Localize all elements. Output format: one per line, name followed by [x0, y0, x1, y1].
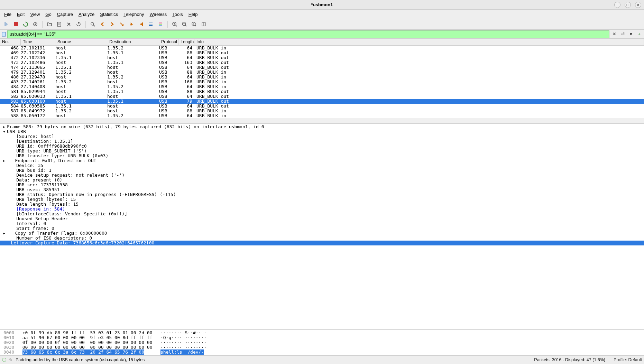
go-last-icon[interactable]: [137, 20, 145, 28]
bookmark-filter-icon[interactable]: [1, 32, 6, 37]
hex-row[interactable]: 0040 73 68 65 6c 6c 3a 6c 73 20 2f 64 65…: [3, 350, 641, 355]
packet-row[interactable]: 58185.029944host1.35.1USB88URB_BULK out: [0, 89, 644, 94]
go-first-icon[interactable]: [127, 20, 136, 28]
detail-line[interactable]: Interval: 0: [0, 221, 644, 226]
packet-row[interactable]: 58785.0499721.35.2hostUSB88URB_BULK in: [0, 109, 644, 113]
packet-row[interactable]: 58885.050172host1.35.2USB64URB_BULK in: [0, 113, 644, 118]
zoom-reset-icon[interactable]: 1: [190, 20, 198, 28]
detail-line[interactable]: [Destination: 1.35.1]: [0, 139, 644, 144]
find-packet-icon[interactable]: [89, 20, 97, 28]
detail-line[interactable]: URB status: Operation now in progress (-…: [0, 192, 644, 197]
packet-row[interactable]: 47927.1294011.35.2hostUSB88URB_BULK in: [0, 70, 644, 75]
clear-filter-icon[interactable]: ✕: [611, 31, 618, 38]
packet-row[interactable]: 46827.102191host1.35.2USB64URB_BULK in: [0, 46, 644, 50]
packet-list-hscroll[interactable]: [0, 119, 644, 123]
expert-info-icon[interactable]: [2, 358, 6, 362]
reload-icon[interactable]: [74, 20, 83, 28]
detail-line[interactable]: Copy of Transfer Flags: 0x00000000: [0, 231, 644, 236]
packet-row[interactable]: 58385.030160host1.35.1USB79URB_BULK out: [0, 99, 644, 104]
go-to-packet-icon[interactable]: [118, 20, 126, 28]
go-back-icon[interactable]: [98, 20, 107, 28]
detail-line[interactable]: Leftover Capture Data: 7368656c6c3a6c732…: [0, 241, 644, 245]
menu-capture[interactable]: Capture: [54, 10, 76, 18]
packet-details-pane[interactable]: Frame 583: 79 bytes on wire (632 bits), …: [0, 124, 644, 330]
col-length[interactable]: Length: [178, 39, 194, 45]
maximize-button[interactable]: □: [625, 2, 631, 8]
detail-line[interactable]: Unused Setup Header: [0, 216, 644, 221]
packet-row[interactable]: 47227.1023361.35.1hostUSB64URB_BULK out: [0, 55, 644, 60]
zoom-out-icon[interactable]: [180, 20, 188, 28]
detail-line[interactable]: URB length [bytes]: 15: [0, 197, 644, 202]
packet-bytes-pane[interactable]: 0000 c0 0f 99 db 88 96 ff ff 53 03 01 23…: [0, 330, 644, 356]
col-destination[interactable]: Destination: [107, 39, 159, 45]
menu-file[interactable]: File: [1, 10, 14, 18]
menu-go[interactable]: Go: [43, 10, 54, 18]
detail-line[interactable]: URB usec: 385951: [0, 187, 644, 192]
menu-view[interactable]: View: [27, 10, 43, 18]
col-info[interactable]: Info: [194, 39, 644, 45]
col-source[interactable]: Source: [55, 39, 107, 45]
detail-line[interactable]: Frame 583: 79 bytes on wire (632 bits), …: [0, 124, 644, 129]
detail-line[interactable]: URB id: 0xffff9688db990fc0: [0, 144, 644, 149]
detail-line[interactable]: URB transfer type: URB_BULK (0x03): [0, 153, 644, 158]
go-forward-icon[interactable]: [108, 20, 116, 28]
capture-options-icon[interactable]: [31, 20, 39, 28]
detail-line[interactable]: Data: present (0): [0, 178, 644, 183]
packet-row[interactable]: 46927.102242host1.35.1USB88URB_BULK out: [0, 50, 644, 55]
apply-filter-icon[interactable]: ⏎: [619, 31, 626, 38]
detail-line[interactable]: Data length [bytes]: 15: [0, 202, 644, 207]
detail-line[interactable]: URB bus id: 1: [0, 168, 644, 173]
menu-tools[interactable]: Tools: [169, 10, 185, 18]
detail-line[interactable]: USB URB: [0, 129, 644, 134]
colorize-icon[interactable]: [156, 20, 165, 28]
capture-file-properties-icon[interactable]: ✎: [9, 357, 13, 363]
detail-line[interactable]: URB sec: 1737511338: [0, 183, 644, 187]
detail-line[interactable]: [Source: host]: [0, 134, 644, 139]
detail-line[interactable]: [bInterfaceClass: Vendor Specific (0xff)…: [0, 212, 644, 216]
menu-analyze[interactable]: Analyze: [76, 10, 97, 18]
detail-line[interactable]: Device: 35: [0, 163, 644, 168]
packet-row[interactable]: 48327.1402611.35.2hostUSB166URB_BULK in: [0, 80, 644, 84]
menu-wireless[interactable]: Wireless: [147, 10, 170, 18]
auto-scroll-icon[interactable]: [147, 20, 155, 28]
close-button[interactable]: ×: [635, 2, 641, 8]
detail-line[interactable]: Start frame: 0: [0, 226, 644, 231]
detail-line[interactable]: Endpoint: 0x01, Direction: OUT: [0, 158, 644, 163]
packet-row[interactable]: 48027.129478host1.35.2USB64URB_BULK in: [0, 75, 644, 80]
minimize-button[interactable]: ‒: [614, 2, 620, 8]
status-profile[interactable]: Profile: Default: [614, 357, 642, 362]
save-file-icon[interactable]: [55, 20, 63, 28]
col-no[interactable]: No.: [0, 39, 21, 45]
detail-line[interactable]: URB type: URB_SUBMIT ('S'): [0, 149, 644, 153]
open-file-icon[interactable]: [45, 20, 54, 28]
display-filter-input[interactable]: [7, 30, 609, 38]
add-filter-button-icon[interactable]: +: [636, 31, 643, 38]
menu-help[interactable]: Help: [186, 10, 201, 18]
packet-row[interactable]: 48427.140408host1.35.2USB64URB_BULK in: [0, 84, 644, 89]
col-protocol[interactable]: Protocol: [159, 39, 178, 45]
packet-list-body[interactable]: 46827.102191host1.35.2USB64URB_BULK in46…: [0, 46, 644, 119]
detail-line[interactable]: Number of ISO descriptors: 0: [0, 236, 644, 241]
packet-row[interactable]: 47327.102486host1.35.1USB163URB_BULK out: [0, 60, 644, 65]
zoom-in-icon[interactable]: [171, 20, 179, 28]
stop-capture-icon[interactable]: [12, 20, 20, 28]
packet-row[interactable]: 58485.0305851.35.1hostUSB64URB_BULK out: [0, 104, 644, 109]
col-time[interactable]: Time: [21, 39, 55, 45]
restart-capture-icon[interactable]: [21, 20, 30, 28]
hex-row[interactable]: 0010 aa 51 90 67 00 00 00 00 9f e3 05 00…: [3, 335, 641, 340]
hex-row[interactable]: 0020 0f 00 00 00 0f 00 00 00 00 00 00 00…: [3, 340, 641, 345]
resize-columns-icon[interactable]: [200, 20, 208, 28]
hex-row[interactable]: 0030 00 00 00 00 00 00 00 00 00 00 00 00…: [3, 345, 641, 350]
close-file-icon[interactable]: [65, 20, 73, 28]
filter-dropdown-icon[interactable]: ▾: [627, 31, 634, 38]
menu-edit[interactable]: Edit: [14, 10, 27, 18]
packet-row[interactable]: 47427.1130651.35.1hostUSB64URB_BULK out: [0, 65, 644, 70]
packet-row[interactable]: 58285.0300131.35.1hostUSB64URB_BULK out: [0, 94, 644, 99]
menu-statistics[interactable]: Statistics: [97, 10, 121, 18]
detail-line[interactable]: Device setup request: not relevant ('-'): [0, 173, 644, 178]
svg-point-2: [35, 24, 36, 25]
hex-row[interactable]: 0000 c0 0f 99 db 88 96 ff ff 53 03 01 23…: [3, 330, 641, 335]
start-capture-icon[interactable]: [2, 20, 10, 28]
menu-telephony[interactable]: Telephony: [121, 10, 147, 18]
detail-line[interactable]: [Response in: 584]: [0, 207, 644, 212]
